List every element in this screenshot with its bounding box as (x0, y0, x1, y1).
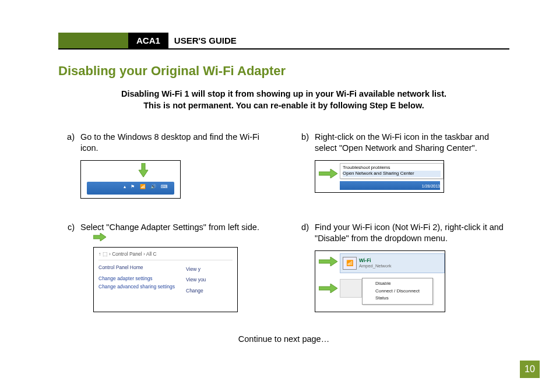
step-a-text: Go to the Windows 8 desktop and find the… (80, 132, 275, 154)
taskbar-date: 1/28/2013 (422, 183, 440, 189)
figure-c: ↑ ⬚ › Control Panel › All C Control Pane… (93, 247, 238, 312)
step-d-label: d) (293, 222, 315, 313)
product-code: ACA1 (128, 33, 168, 48)
arrow-right-icon (319, 284, 339, 293)
step-b: b) Right-click on the Wi-Fi icon in the … (293, 132, 509, 199)
link-change-adapter: Change adapter settings (98, 275, 186, 283)
cp-right-2: View you (186, 274, 221, 285)
header-accent (58, 33, 128, 48)
taskbar: ▴ ⚑ 📶 🔊 ⌨ (87, 182, 174, 195)
doc-header: ACA1 USER'S GUIDE (58, 33, 509, 50)
adapter-shadow (340, 279, 362, 298)
step-a-label: a) (58, 132, 80, 199)
wifi-adapter: 📶 Wi-Fi Amped_Network (340, 253, 445, 273)
step-c-label: c) (58, 222, 80, 313)
tray-icons: ▴ ⚑ 📶 🔊 ⌨ (124, 184, 170, 190)
continue-text: Continue to next page… (58, 334, 509, 344)
step-b-text: Right-click on the Wi-Fi icon in the tas… (315, 132, 509, 154)
step-d-text: Find your Wi-Fi icon (Not Wi-Fi 2), righ… (315, 222, 509, 245)
wifi-icon: 📶 (343, 257, 357, 270)
cp-right-3: Change (186, 285, 221, 296)
intro-line-2: This is not permanent. You can re-enable… (58, 100, 509, 111)
section-heading: Disabling your Original Wi-Fi Adapter (58, 63, 509, 79)
figure-d: 📶 Wi-Fi Amped_Network Disable Connect / … (315, 250, 445, 312)
context-menu: Disable Connect / Disconnect Status (362, 278, 433, 305)
page-number: 10 (520, 361, 540, 378)
intro-line-1: Disabling Wi-Fi 1 will stop it from show… (58, 88, 509, 100)
arrow-down-icon (138, 163, 149, 178)
menu-item-open-center: Open Network and Sharing Center (343, 171, 441, 176)
arrow-right-icon (319, 257, 339, 266)
menu-item-status: Status (363, 295, 432, 302)
step-b-label: b) (293, 132, 315, 199)
step-c-text: Select "Change Adapter Settings" from le… (80, 222, 275, 234)
step-a: a) Go to the Windows 8 desktop and find … (58, 132, 275, 199)
figure-a: ▴ ⚑ 📶 🔊 ⌨ (80, 160, 181, 199)
intro-text: Disabling Wi-Fi 1 will stop it from show… (58, 88, 509, 112)
menu-item-disable: Disable (363, 280, 432, 288)
cp-home: Control Panel Home (98, 264, 186, 272)
adapter-network: Amped_Network (359, 263, 391, 269)
steps-grid: a) Go to the Windows 8 desktop and find … (58, 132, 509, 313)
link-advanced-sharing: Change advanced sharing settings (98, 283, 186, 291)
step-c: c) Select "Change Adapter Settings" from… (58, 222, 275, 313)
step-d: d) Find your Wi-Fi icon (Not Wi-Fi 2), r… (293, 222, 509, 313)
cp-right-1: View y (186, 264, 221, 275)
arrow-right-icon (93, 233, 238, 241)
doc-title: USER'S GUIDE (168, 33, 242, 48)
arrow-right-icon (319, 169, 339, 178)
adapter-name: Wi-Fi (359, 257, 391, 263)
context-menu: Troubleshoot problems Open Network and S… (340, 163, 444, 179)
menu-item-connect: Connect / Disconnect (363, 288, 432, 295)
menu-item-troubleshoot: Troubleshoot problems (343, 165, 441, 171)
breadcrumb: ↑ ⬚ › Control Panel › All C (98, 251, 233, 260)
figure-b: Troubleshoot problems Open Network and S… (315, 160, 444, 193)
